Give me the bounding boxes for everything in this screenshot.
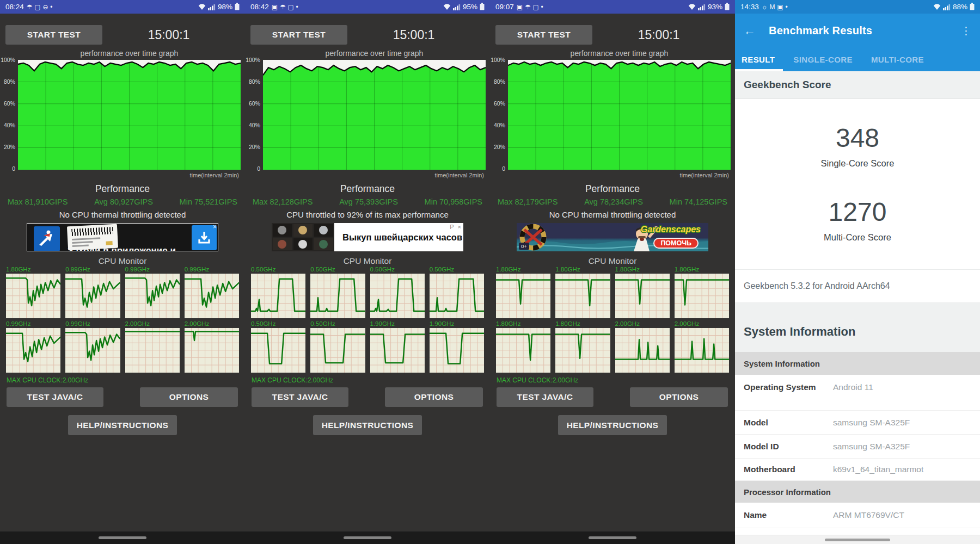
test-java-c-button[interactable]: TEST JAVA/C bbox=[497, 387, 593, 407]
timer-label: 15:00:1 bbox=[373, 28, 455, 42]
cpu-core-grid: 1.80GHz 1.80GHz 1.80GHz 1.80GHz 1.80GHz … bbox=[496, 265, 729, 373]
cpu-core-frequency-label: 1.80GHz bbox=[496, 265, 550, 274]
battery-icon bbox=[970, 3, 975, 11]
y-tick-label: 60% bbox=[494, 100, 505, 107]
cpu-core-graph: 0.99GHz bbox=[6, 320, 60, 373]
tab-single-core[interactable]: SINGLE-CORE bbox=[793, 55, 853, 64]
status-bar: 09:07▣ ☂ ▢ • 93% bbox=[490, 0, 735, 14]
performance-graph bbox=[508, 60, 731, 170]
adchoices-icon[interactable]: P bbox=[450, 224, 454, 230]
gesture-handle[interactable] bbox=[589, 536, 636, 539]
clock-label: 09:07 bbox=[495, 3, 514, 11]
options-button[interactable]: OPTIONS bbox=[630, 387, 728, 407]
cpu-monitor-heading: CPU Monitor bbox=[245, 256, 490, 266]
cpu-core-frequency-label: 0.50GHz bbox=[370, 265, 425, 274]
throttle-status: CPU throttled to 92% of its max performa… bbox=[245, 210, 490, 219]
gesture-handle[interactable] bbox=[99, 536, 146, 539]
image-icon: ▣ bbox=[777, 3, 783, 11]
tab-multi-core[interactable]: MULTI-CORE bbox=[871, 55, 924, 64]
start-test-button[interactable]: START TEST bbox=[250, 25, 347, 45]
performance-heading: Performance bbox=[0, 183, 245, 195]
system-information-subheader: System Information bbox=[735, 352, 980, 375]
cpu-core-graph: 0.99GHz bbox=[125, 265, 180, 318]
cpu-core-frequency-label: 0.99GHz bbox=[125, 265, 180, 274]
help-instructions-button[interactable]: HELP/INSTRUCTIONS bbox=[558, 415, 667, 435]
cpu-core-frequency-label: 2.00GHz bbox=[615, 320, 670, 328]
notification-dot-icon: • bbox=[785, 3, 787, 11]
cpu-monitor-heading: CPU Monitor bbox=[0, 256, 245, 266]
ad-banner-watches[interactable]: Выкуп швейцарских часов P× bbox=[272, 223, 463, 251]
help-instructions-button[interactable]: HELP/INSTRUCTIONS bbox=[68, 415, 177, 435]
ad-banner-app-install[interactable]: Заходи в приложение и × bbox=[27, 223, 218, 251]
test-java-c-button[interactable]: TEST JAVA/C bbox=[252, 387, 348, 407]
multi-core-score-label: Multi-Core Score bbox=[735, 232, 980, 243]
tab-result[interactable]: RESULT bbox=[742, 55, 775, 64]
cpu-core-frequency-label: 2.00GHz bbox=[675, 320, 729, 328]
y-tick-label: 60% bbox=[249, 100, 260, 107]
min-gips: Min 74,125GIPS bbox=[670, 197, 727, 206]
navigation-bar bbox=[490, 531, 735, 544]
y-tick-label: 20% bbox=[249, 144, 260, 150]
y-tick-label: 80% bbox=[249, 78, 260, 85]
wifi-signal-icon bbox=[198, 3, 216, 11]
wifi-signal-icon bbox=[443, 3, 461, 11]
gesture-handle[interactable] bbox=[344, 536, 391, 539]
performance-heading: Performance bbox=[245, 183, 490, 195]
graph-title: performance over time graph bbox=[18, 49, 241, 58]
cpu-core-frequency-label: 1.80GHz bbox=[615, 265, 670, 274]
cpu-core-graph: 1.80GHz bbox=[555, 320, 610, 373]
x-axis-label: time(interval 2min) bbox=[508, 172, 729, 178]
navigation-bar bbox=[735, 535, 980, 544]
close-icon[interactable]: × bbox=[458, 224, 461, 230]
active-tab-indicator bbox=[735, 69, 783, 71]
cpu-core-graph: 1.80GHz bbox=[496, 265, 550, 318]
y-tick-label: 0 bbox=[502, 165, 505, 172]
system-information-header: System Information bbox=[735, 303, 980, 352]
clock-label: 14:33 bbox=[740, 3, 759, 11]
throttle-status: No CPU thermal throttling detected bbox=[0, 210, 245, 219]
document-icon: ▢ bbox=[532, 3, 538, 11]
options-button[interactable]: OPTIONS bbox=[385, 387, 483, 407]
close-icon[interactable]: × bbox=[213, 224, 217, 230]
y-tick-label: 40% bbox=[4, 122, 15, 128]
cpu-core-graph: 0.50GHz bbox=[370, 265, 425, 318]
multi-core-score: 1270 bbox=[735, 169, 980, 227]
test-java-c-button[interactable]: TEST JAVA/C bbox=[7, 387, 103, 407]
gips-stats: Max 81,910GIPS Avg 80,927GIPS Min 75,521… bbox=[8, 197, 237, 206]
x-axis-label: time(interval 2min) bbox=[18, 172, 239, 178]
max-cpu-clock-label: MAX CPU CLOCK:2.00GHz bbox=[7, 376, 88, 384]
gips-stats: Max 82,128GIPS Avg 75,393GIPS Min 70,958… bbox=[253, 197, 482, 206]
avg-gips: Avg 75,393GIPS bbox=[339, 197, 398, 206]
avg-gips: Avg 78,234GIPS bbox=[584, 197, 643, 206]
y-tick-label: 60% bbox=[4, 100, 15, 107]
cpu-core-graph: 0.50GHz bbox=[251, 265, 305, 318]
start-test-button[interactable]: START TEST bbox=[5, 25, 102, 45]
help-cta-button[interactable]: ПОМОЧЬ bbox=[653, 238, 699, 249]
geekbench-results-screenshot: 14:33☼ M ▣ • 88% ← Benchmark Results ⋮ R… bbox=[735, 0, 980, 544]
overflow-menu-icon[interactable]: ⋮ bbox=[961, 24, 971, 37]
ad-banner-gardenscapes[interactable]: Gardenscapes ПОМОЧЬ 0+ bbox=[517, 223, 708, 251]
table-row-operating-system: Operating System Android 11 bbox=[735, 375, 980, 411]
cpu-core-frequency-label: 1.90GHz bbox=[370, 320, 425, 328]
cpu-core-grid: 0.50GHz 0.50GHz 0.50GHz 0.50GHz 0.50GHz … bbox=[251, 265, 484, 373]
cpu-core-frequency-label: 1.90GHz bbox=[430, 320, 484, 328]
min-gips: Min 75,521GIPS bbox=[180, 197, 237, 206]
image-icon: ▣ bbox=[272, 3, 278, 11]
start-test-button[interactable]: START TEST bbox=[495, 25, 592, 45]
cpu-core-graph: 0.50GHz bbox=[310, 265, 365, 318]
gesture-handle[interactable] bbox=[825, 539, 890, 541]
battery-percent: 93% bbox=[708, 3, 722, 11]
cpu-core-graph: 1.90GHz bbox=[370, 320, 425, 373]
cpu-core-frequency-label: 0.50GHz bbox=[251, 265, 305, 274]
score-section: 348 Single-Core Score 1270 Multi-Core Sc… bbox=[735, 99, 980, 269]
max-cpu-clock-label: MAX CPU CLOCK:2.00GHz bbox=[252, 376, 333, 384]
umbrella-icon: ☂ bbox=[525, 3, 531, 11]
options-button[interactable]: OPTIONS bbox=[140, 387, 238, 407]
back-arrow-icon[interactable]: ← bbox=[744, 24, 756, 38]
max-gips: Max 81,910GIPS bbox=[8, 197, 68, 206]
help-instructions-button[interactable]: HELP/INSTRUCTIONS bbox=[313, 415, 422, 435]
cpu-core-frequency-label: 0.99GHz bbox=[65, 320, 120, 328]
cpu-core-graph: 0.50GHz bbox=[310, 320, 365, 373]
advertiser-logo bbox=[34, 226, 60, 251]
avg-gips: Avg 80,927GIPS bbox=[94, 197, 153, 206]
